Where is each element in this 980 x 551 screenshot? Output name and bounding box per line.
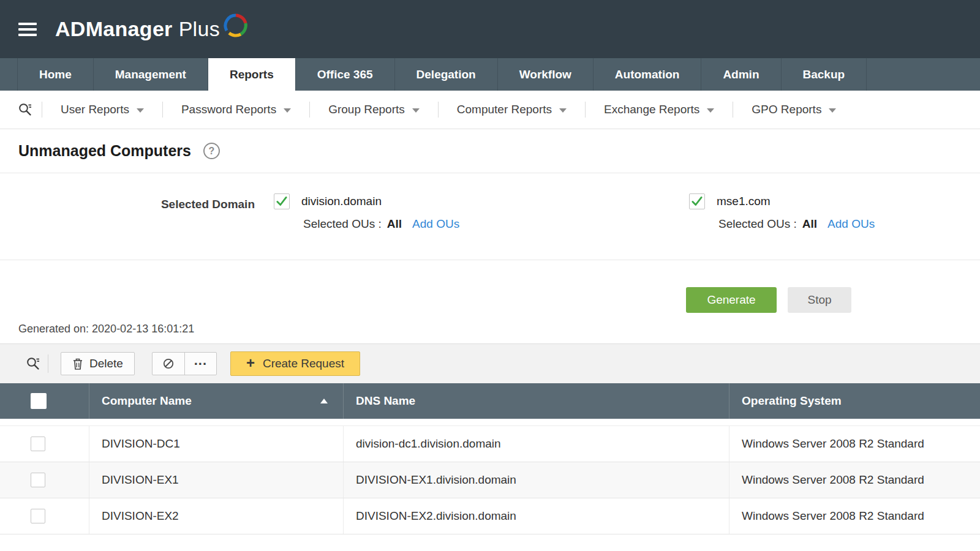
generate-button[interactable]: Generate [686, 287, 777, 313]
trash-icon [72, 358, 83, 370]
tab-backup[interactable]: Backup [782, 58, 867, 91]
more-actions-button[interactable]: ... [184, 353, 216, 375]
nav-tab-label: Workflow [519, 68, 571, 81]
cell-computer-name: DIVISION-EX1 [89, 462, 343, 498]
selected-ous-value: All [802, 217, 817, 231]
top-header: ADManager Plus [0, 0, 980, 58]
nav-tab-label: Home [39, 68, 72, 81]
nav-tab-label: Delegation [417, 68, 476, 81]
page-title: Unmanaged Computers [18, 142, 191, 160]
toolbar-button-group: ... [152, 352, 217, 375]
subnav-item-exchange-reports[interactable]: Exchange Reports [586, 103, 733, 116]
tab-management[interactable]: Management [94, 58, 208, 91]
tab-office-365[interactable]: Office 365 [296, 58, 395, 91]
nav-tab-label: Office 365 [317, 68, 373, 81]
select-all-checkbox[interactable] [31, 393, 47, 409]
table-row[interactable]: DIVISION-EX2 DIVISION-EX2.division.domai… [0, 498, 980, 534]
tab-workflow[interactable]: Workflow [498, 58, 594, 91]
block-icon [162, 358, 175, 370]
column-search-icon[interactable] [18, 356, 48, 371]
subnav-item-computer-reports[interactable]: Computer Reports [439, 103, 585, 116]
sort-asc-icon [320, 399, 328, 403]
app-logo: ADManager Plus [55, 17, 251, 41]
subnav-item-label: Computer Reports [457, 103, 552, 116]
stop-button[interactable]: Stop [788, 287, 851, 313]
chevron-down-icon [829, 108, 836, 113]
checkmark-icon [275, 195, 288, 208]
add-ous-link[interactable]: Add OUs [827, 217, 875, 231]
domain-selection-section: Selected Domain division.domain Selected… [0, 173, 980, 260]
create-request-label: Create Request [263, 357, 344, 370]
row-checkbox[interactable] [31, 437, 45, 451]
cell-dns-name: division-dc1.division.domain [343, 426, 729, 462]
generated-on-text: Generated on: 2020-02-13 16:01:21 [18, 323, 194, 335]
subnav-item-group-reports[interactable]: Group Reports [310, 103, 438, 116]
chevron-down-icon [707, 108, 714, 113]
table-header-spacer [0, 419, 980, 426]
column-header-dns-name[interactable]: DNS Name [343, 383, 729, 419]
table-row[interactable]: DIVISION-EX1 DIVISION-EX1.division.domai… [0, 462, 980, 498]
help-icon[interactable]: ? [203, 143, 220, 159]
row-checkbox-cell [0, 473, 89, 487]
subnav-item-user-reports[interactable]: User Reports [42, 103, 162, 116]
selected-domain-label: Selected Domain [0, 198, 255, 211]
create-request-button[interactable]: + Create Request [230, 351, 360, 376]
nav-tab-label: Admin [723, 68, 759, 81]
search-icon[interactable] [9, 102, 42, 117]
nav-tab-label: Management [115, 68, 186, 81]
subnav-item-password-reports[interactable]: Password Reports [163, 103, 309, 116]
domain-name: division.domain [301, 195, 382, 208]
domain-checkbox[interactable] [274, 193, 290, 209]
nav-tabs: HomeManagementReportsOffice 365Delegatio… [0, 58, 980, 91]
column-header-computer-name[interactable]: Computer Name [89, 383, 343, 419]
cell-operating-system: Windows Server 2008 R2 Standard [729, 498, 980, 534]
hamburger-menu-icon[interactable] [18, 23, 37, 36]
column-label: Computer Name [102, 394, 192, 408]
subnav-item-label: User Reports [61, 103, 129, 116]
column-label: DNS Name [356, 394, 415, 408]
domain-checkbox[interactable] [689, 193, 705, 209]
tab-admin[interactable]: Admin [701, 58, 781, 91]
add-ous-link[interactable]: Add OUs [412, 217, 459, 231]
subnav-items: User Reports Password Reports Group Repo… [42, 102, 854, 118]
subnav-item-label: Exchange Reports [604, 103, 699, 116]
subnav-item-gpo-reports[interactable]: GPO Reports [733, 103, 854, 116]
app-logo-primary: ADManager [55, 17, 173, 41]
chevron-down-icon [559, 108, 567, 113]
cell-computer-name: DIVISION-DC1 [89, 426, 343, 462]
domain-option-division-domain: division.domain Selected OUs : All Add O… [274, 193, 459, 231]
table-toolbar: Delete ... + Create Request [0, 344, 980, 383]
table-body: DIVISION-DC1 division-dc1.division.domai… [0, 426, 980, 534]
selected-ous-value: All [387, 217, 402, 231]
row-checkbox-cell [0, 437, 89, 451]
row-checkbox-cell [0, 509, 89, 523]
chevron-down-icon [284, 108, 291, 113]
table-header: Computer Name DNS Name Operating System [0, 383, 980, 419]
domain-name: mse1.com [717, 195, 771, 208]
report-meta: Generated on: 2020-02-13 16:01:21 [0, 323, 980, 344]
tab-home[interactable]: Home [17, 58, 94, 91]
column-label: Operating System [742, 394, 842, 408]
delete-button-label: Delete [89, 357, 123, 370]
nav-tab-label: Backup [803, 68, 845, 81]
cell-operating-system: Windows Server 2008 R2 Standard [729, 462, 980, 498]
cell-operating-system: Windows Server 2008 R2 Standard [729, 426, 980, 462]
selected-ous-label: Selected OUs : [718, 217, 797, 231]
tab-reports[interactable]: Reports [208, 58, 296, 91]
domain-option-mse1-com: mse1.com Selected OUs : All Add OUs [689, 193, 875, 231]
selected-ous-label: Selected OUs : [303, 217, 382, 231]
delete-button[interactable]: Delete [61, 352, 135, 375]
report-actions: Generate Stop [686, 287, 980, 313]
row-checkbox[interactable] [31, 473, 45, 487]
row-checkbox[interactable] [31, 509, 45, 523]
disable-button[interactable] [153, 353, 184, 375]
tab-delegation[interactable]: Delegation [395, 58, 498, 91]
nav-tab-label: Reports [230, 68, 274, 81]
logo-swirl-icon [221, 11, 251, 40]
tab-automation[interactable]: Automation [594, 58, 702, 91]
chevron-down-icon [137, 108, 144, 113]
subnav-item-label: Password Reports [181, 103, 276, 116]
table-row[interactable]: DIVISION-DC1 division-dc1.division.domai… [0, 426, 980, 462]
column-header-operating-system[interactable]: Operating System [729, 383, 980, 419]
app-logo-secondary: Plus [179, 17, 220, 41]
